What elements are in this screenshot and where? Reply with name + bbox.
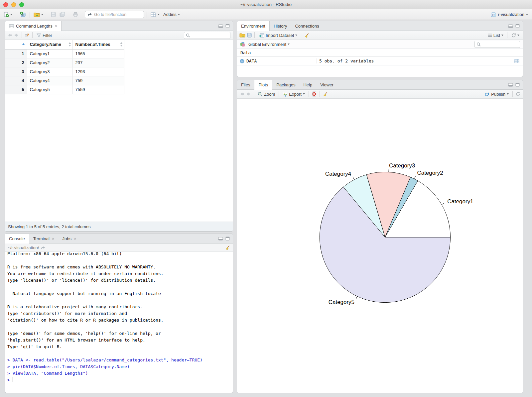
environment-view-mode-button[interactable]: List <box>486 32 504 39</box>
open-file-caret <box>41 14 43 15</box>
tab-console[interactable]: Console <box>5 234 29 244</box>
table-row[interactable]: 4Category4759 <box>5 76 124 85</box>
console-output[interactable]: Platform: x86_64-apple-darwin15.6.0 (64-… <box>5 252 233 393</box>
maximize-pane-icon[interactable] <box>225 24 230 28</box>
maximize-pane-icon[interactable] <box>515 83 520 87</box>
clear-console-icon[interactable] <box>225 245 230 250</box>
environment-search-input[interactable] <box>482 42 518 47</box>
goto-directory-icon[interactable] <box>41 246 45 249</box>
save-all-button[interactable] <box>59 11 66 18</box>
close-window-button[interactable] <box>3 2 8 7</box>
export-label: Export <box>289 92 302 97</box>
console-line: Type 'license()' or 'licence()' for dist… <box>7 277 233 284</box>
row-index: 2 <box>5 58 27 67</box>
clear-all-plots-icon[interactable] <box>323 92 328 97</box>
load-workspace-icon[interactable] <box>239 33 245 38</box>
tab-history[interactable]: History <box>270 21 291 31</box>
data-viewer-pane: Command Lengths × Filter <box>5 21 233 232</box>
tab-plots[interactable]: Plots <box>254 80 272 90</box>
filter-button[interactable]: Filter <box>35 32 53 39</box>
new-file-button[interactable] <box>3 11 13 18</box>
refresh-icon <box>511 33 516 38</box>
minimize-pane-icon[interactable] <box>218 237 223 241</box>
data-viewer-search-input[interactable] <box>192 33 227 38</box>
text-cursor <box>13 377 13 382</box>
console-path-bar: ~/r-visualization/ <box>5 244 233 252</box>
close-tab-icon[interactable]: × <box>74 237 76 241</box>
tab-packages[interactable]: Packages <box>272 80 299 89</box>
zoom-plot-button[interactable]: Zoom <box>257 91 276 97</box>
remove-plot-icon[interactable] <box>312 91 317 97</box>
column-header-category-name[interactable]: Category.Name <box>27 40 72 49</box>
console-line: R is a collaborative project with many c… <box>7 304 233 310</box>
r-project-icon: R <box>491 12 496 17</box>
table-row[interactable]: 2Category2237 <box>5 58 124 67</box>
save-button[interactable] <box>50 11 57 18</box>
panes-caret <box>158 14 160 15</box>
pie-label-Category1: Category1 <box>447 198 473 205</box>
tab-terminal[interactable]: Terminal × <box>29 234 59 243</box>
tab-environment[interactable]: Environment <box>237 21 270 31</box>
table-row[interactable]: 1Category11965 <box>5 49 124 58</box>
goto-file-box[interactable] <box>85 11 144 18</box>
tab-files[interactable]: Files <box>237 80 254 89</box>
tab-jobs[interactable]: Jobs × <box>58 234 80 243</box>
zoom-window-button[interactable] <box>19 2 24 7</box>
refresh-plot-icon[interactable] <box>515 92 520 96</box>
environment-scope-selector[interactable]: Global Environment <box>247 41 291 48</box>
tab-command-lengths[interactable]: Command Lengths × <box>5 21 62 31</box>
close-tab-icon[interactable]: × <box>55 24 58 28</box>
console-line <box>7 350 233 357</box>
tab-connections[interactable]: Connections <box>291 21 323 31</box>
minimize-pane-icon[interactable] <box>508 24 513 28</box>
goto-file-input[interactable] <box>94 12 137 17</box>
minimize-pane-icon[interactable] <box>508 83 513 87</box>
nav-forward-icon[interactable] <box>14 33 19 38</box>
search-icon <box>186 33 190 38</box>
tab-help[interactable]: Help <box>299 80 316 89</box>
nav-back-icon[interactable] <box>7 33 12 38</box>
previous-plot-icon[interactable] <box>239 92 244 96</box>
print-button[interactable] <box>72 11 79 18</box>
expand-object-icon[interactable] <box>240 59 244 63</box>
minimize-pane-icon[interactable] <box>218 24 223 28</box>
refresh-environment-button[interactable] <box>510 32 520 38</box>
export-plot-button[interactable]: Export <box>282 91 306 97</box>
next-plot-icon[interactable] <box>246 92 251 96</box>
save-workspace-icon[interactable] <box>247 33 252 38</box>
window-title: ~/r-visualization - RStudio <box>0 0 532 9</box>
new-project-icon: R <box>20 12 26 17</box>
table-cell: Category5 <box>27 85 72 94</box>
project-name-label: r-visualization <box>498 12 524 17</box>
environment-searchbox[interactable] <box>474 41 520 48</box>
table-row[interactable]: 5Category57559 <box>5 85 124 94</box>
clear-environment-icon[interactable] <box>304 33 309 38</box>
maximize-pane-icon[interactable] <box>515 24 520 28</box>
tab-viewer[interactable]: Viewer <box>316 80 337 89</box>
environment-object-row[interactable]: DATA 5 obs. of 2 variables <box>237 57 523 65</box>
addins-button[interactable]: Addins <box>162 11 181 18</box>
project-menu-button[interactable]: R r-visualization <box>489 11 529 18</box>
open-file-button[interactable] <box>33 11 44 18</box>
minimize-window-button[interactable] <box>11 2 16 7</box>
import-dataset-button[interactable]: Import Dataset <box>257 32 298 39</box>
pie-label-tick <box>353 177 354 180</box>
new-project-button[interactable]: R <box>19 11 27 18</box>
close-tab-icon[interactable]: × <box>52 237 55 241</box>
publish-plot-button[interactable]: Publish <box>483 91 510 97</box>
maximize-pane-icon[interactable] <box>225 237 230 241</box>
goto-arrow-icon <box>87 12 92 17</box>
global-environment-icon <box>240 42 245 47</box>
working-directory-label: ~/r-visualization/ <box>8 245 39 250</box>
new-file-icon <box>4 12 9 17</box>
list-view-icon <box>487 33 492 37</box>
zoom-magnifier-icon <box>258 92 263 97</box>
popout-window-icon[interactable] <box>25 33 30 38</box>
table-row[interactable]: 3Category31293 <box>5 67 124 76</box>
console-prompt-line[interactable]: > <box>7 377 233 383</box>
workspace-panes-button[interactable] <box>150 12 161 18</box>
column-header-number-of-times[interactable]: Number.of.Times <box>72 40 124 49</box>
index-column-header[interactable] <box>5 40 27 49</box>
view-table-icon[interactable] <box>514 59 519 63</box>
data-viewer-searchbox[interactable] <box>184 32 230 39</box>
